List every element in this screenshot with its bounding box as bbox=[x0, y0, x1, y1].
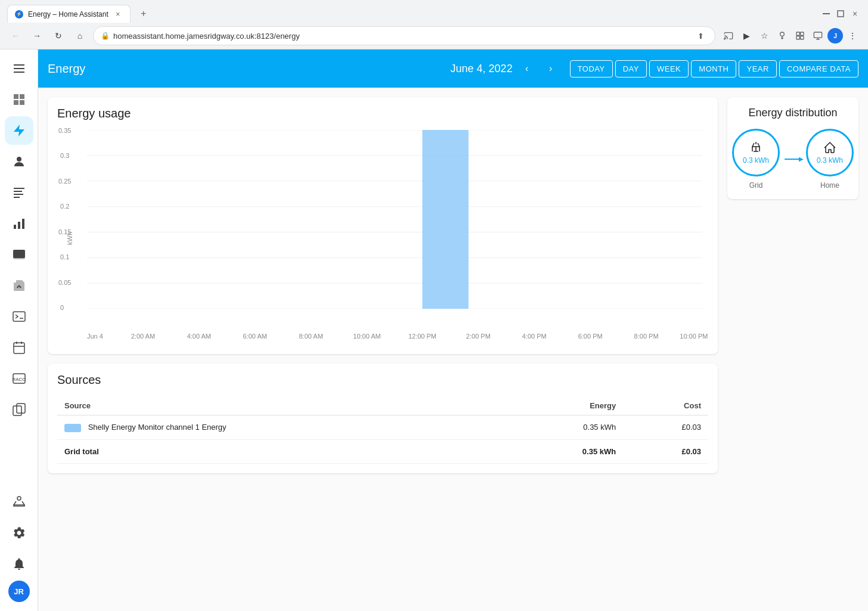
main-content: Energy usage kWh bbox=[38, 88, 868, 611]
x-label-2am: 2:00 AM bbox=[131, 333, 155, 340]
lock-icon: 🔒 bbox=[101, 32, 110, 40]
play-icon[interactable]: ▶ bbox=[738, 27, 755, 44]
sidebar-item-menu[interactable] bbox=[5, 54, 33, 83]
svg-rect-11 bbox=[14, 72, 24, 73]
sidebar-item-tools[interactable] bbox=[5, 488, 33, 516]
minimize-button[interactable] bbox=[820, 8, 832, 20]
extensions-icon[interactable] bbox=[792, 27, 808, 44]
sidebar-item-ha-raco[interactable]: RACO bbox=[5, 364, 33, 393]
total-row: Grid total 0.35 kWh £0.03 bbox=[57, 439, 708, 463]
x-label-10pm: 10:00 PM bbox=[680, 333, 708, 340]
reload-button[interactable]: ↻ bbox=[50, 27, 67, 44]
address-bar-actions: ⬆ bbox=[693, 29, 708, 43]
x-label-6am: 6:00 AM bbox=[243, 333, 267, 340]
chart-svg bbox=[87, 130, 702, 309]
page-title: Energy bbox=[48, 62, 441, 76]
chart-container: kWh bbox=[57, 130, 708, 345]
next-date-button[interactable]: › bbox=[541, 59, 560, 78]
sidebar-item-dashboard[interactable] bbox=[5, 85, 33, 114]
compare-data-button[interactable]: COMPARE DATA bbox=[779, 60, 858, 77]
tab-title: Energy – Home Assistant bbox=[28, 10, 108, 18]
keychain-icon[interactable] bbox=[774, 27, 790, 44]
sidebar: RACO JR bbox=[0, 49, 38, 611]
x-label-8am: 8:00 AM bbox=[299, 333, 323, 340]
y-label-0: 0 bbox=[60, 304, 64, 311]
month-button[interactable]: MONTH bbox=[691, 60, 736, 77]
svg-rect-9 bbox=[14, 64, 24, 66]
svg-rect-16 bbox=[14, 197, 20, 198]
close-button[interactable]: × bbox=[849, 8, 861, 20]
y-label-030: 0.3 bbox=[60, 152, 69, 159]
new-tab-button[interactable]: + bbox=[135, 5, 152, 22]
home-node: 0.3 kWh Home bbox=[806, 129, 854, 190]
sidebar-item-copy[interactable] bbox=[5, 395, 33, 424]
svg-rect-19 bbox=[22, 219, 24, 229]
svg-rect-15 bbox=[14, 194, 23, 195]
sidebar-item-notifications[interactable] bbox=[5, 550, 33, 578]
tab-close-button[interactable]: × bbox=[113, 10, 123, 19]
current-date: June 4, 2022 bbox=[451, 63, 513, 75]
svg-rect-5 bbox=[801, 32, 804, 35]
forward-button[interactable]: → bbox=[29, 27, 45, 44]
back-button[interactable]: ← bbox=[7, 27, 24, 44]
sidebar-item-calendar[interactable] bbox=[5, 333, 33, 362]
today-button[interactable]: TODAY bbox=[570, 60, 613, 77]
grid-node: 0.3 kWh Grid bbox=[732, 129, 780, 190]
distribution-card: Energy distribution 0.3 kWh Grid bbox=[727, 97, 858, 199]
sources-card: Sources Source Energy Cost bbox=[48, 364, 718, 473]
address-bar[interactable]: 🔒 homeassistant.home.jamesridgway.co.uk:… bbox=[93, 26, 715, 45]
maximize-button[interactable] bbox=[835, 8, 847, 20]
home-label: Home bbox=[820, 181, 839, 190]
chrome-profile-avatar[interactable]: J bbox=[827, 28, 843, 44]
connector-line: ▶ bbox=[785, 159, 801, 160]
tab-favicon bbox=[15, 10, 23, 18]
source-name: Shelly Energy Monitor channel 1 Energy bbox=[88, 423, 227, 432]
total-energy: 0.35 kWh bbox=[502, 439, 623, 463]
sidebar-item-media[interactable] bbox=[5, 240, 33, 269]
url-display: homeassistant.home.jamesridgway.co.uk:81… bbox=[113, 32, 300, 41]
home-circle: 0.3 kWh bbox=[806, 129, 854, 176]
main-app: Energy June 4, 2022 ‹ › TODAY DAY WEEK M… bbox=[38, 49, 868, 611]
source-color-badge bbox=[64, 424, 81, 432]
connector: ▶ bbox=[785, 159, 801, 160]
profile-icon[interactable] bbox=[810, 27, 826, 44]
browser-tab[interactable]: Energy – Home Assistant × bbox=[7, 5, 131, 23]
day-button[interactable]: DAY bbox=[615, 60, 647, 77]
energy-usage-card: Energy usage kWh bbox=[48, 97, 718, 354]
svg-rect-4 bbox=[796, 32, 799, 35]
svg-rect-14 bbox=[14, 191, 22, 192]
svg-point-28 bbox=[17, 497, 21, 500]
svg-text:RACO: RACO bbox=[12, 377, 26, 382]
svg-point-3 bbox=[780, 32, 785, 36]
sidebar-item-extensions[interactable] bbox=[5, 271, 33, 300]
svg-rect-7 bbox=[801, 36, 804, 39]
date-display: June 4, 2022 ‹ › bbox=[451, 59, 560, 78]
home-button[interactable]: ⌂ bbox=[72, 27, 88, 44]
year-button[interactable]: YEAR bbox=[739, 60, 776, 77]
sidebar-item-logbook[interactable] bbox=[5, 178, 33, 207]
prev-date-button[interactable]: ‹ bbox=[517, 59, 537, 78]
x-label-4pm: 4:00 PM bbox=[522, 333, 547, 340]
browser-toolbar-actions: ▶ ☆ J ⋮ bbox=[720, 27, 861, 44]
grid-label: Grid bbox=[749, 181, 763, 190]
svg-rect-6 bbox=[796, 36, 799, 39]
sidebar-item-history[interactable] bbox=[5, 209, 33, 238]
chart-area-wrapper: kWh bbox=[87, 130, 702, 327]
svg-rect-8 bbox=[814, 32, 822, 38]
connector-arrow: ▶ bbox=[799, 156, 804, 162]
week-button[interactable]: WEEK bbox=[649, 60, 689, 77]
table-row: Shelly Energy Monitor channel 1 Energy 0… bbox=[57, 415, 708, 440]
svg-rect-22 bbox=[13, 312, 25, 321]
x-label-6pm: 6:00 PM bbox=[578, 333, 603, 340]
chrome-menu-icon[interactable]: ⋮ bbox=[844, 27, 861, 44]
sidebar-item-settings[interactable] bbox=[5, 519, 33, 547]
user-avatar[interactable]: JR bbox=[8, 581, 30, 602]
sidebar-item-energy[interactable] bbox=[5, 116, 33, 145]
bookmark-star-icon[interactable]: ☆ bbox=[756, 27, 773, 44]
sidebar-item-terminal[interactable] bbox=[5, 302, 33, 331]
share-icon[interactable]: ⬆ bbox=[693, 29, 708, 43]
y-label-020: 0.2 bbox=[60, 203, 69, 210]
svg-point-2 bbox=[724, 39, 725, 39]
cast-icon[interactable] bbox=[720, 27, 737, 44]
sidebar-item-profile[interactable] bbox=[5, 147, 33, 176]
